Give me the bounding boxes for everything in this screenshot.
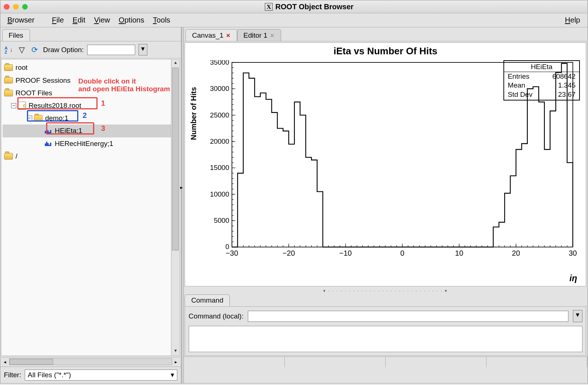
draw-option-label: Draw Option: — [43, 46, 84, 54]
svg-text:0: 0 — [225, 243, 229, 251]
annotation-3: 3 — [101, 124, 105, 133]
horizontal-splitter[interactable]: ▾ · · · · · · · · · · · · · · · · · · · … — [184, 288, 587, 293]
right-pane: Canvas_1 ✕ Editor 1 ✕ iEta vs Number Of … — [184, 27, 587, 383]
editor-tab[interactable]: Editor 1 ✕ — [237, 29, 281, 41]
svg-text:10000: 10000 — [210, 190, 229, 198]
window-title-text: ROOT Object Browser — [276, 3, 354, 11]
left-tabs: Files — [0, 27, 181, 41]
titlebar: X ROOT Object Browser — [0, 0, 587, 13]
svg-text:−20: −20 — [282, 249, 295, 257]
options-menu[interactable]: Options — [114, 15, 149, 26]
tree-vscrollbar[interactable]: ▴ ▾ — [171, 59, 180, 355]
browser-menu[interactable]: Browser — [3, 15, 39, 26]
svg-text:25000: 25000 — [210, 111, 229, 119]
file-menu[interactable]: File — [48, 15, 68, 26]
filter-icon[interactable]: ▽ — [17, 45, 27, 55]
chevron-down-icon: ▾ — [171, 371, 174, 379]
collapse-icon[interactable]: − — [11, 103, 16, 108]
svg-text:20000: 20000 — [210, 137, 229, 145]
refresh-icon[interactable]: ⟳ — [30, 45, 40, 55]
close-icon[interactable]: ✕ — [270, 33, 274, 38]
command-dropdown[interactable]: ▾ — [573, 310, 582, 322]
folder-icon — [4, 153, 13, 160]
tools-menu[interactable]: Tools — [148, 15, 174, 26]
annotation-box-1 — [17, 97, 98, 109]
root-browser-window: X ROOT Object Browser Browser File Edit … — [0, 0, 588, 384]
chart-title: iEta vs Number Of Hits — [185, 43, 586, 57]
filter-select[interactable]: All Files ("*.*")▾ — [25, 369, 177, 381]
svg-text:20: 20 — [512, 249, 520, 257]
tree-hscrollbar[interactable]: ◂ ▸ — [1, 357, 180, 367]
x-axis-label: iη — [570, 273, 577, 283]
svg-rect-0 — [232, 62, 573, 247]
svg-text:5000: 5000 — [214, 217, 229, 224]
statusbar — [184, 357, 587, 367]
tree-item-slash[interactable]: / — [3, 150, 179, 163]
tree-item-root[interactable]: root — [3, 61, 179, 74]
svg-text:10: 10 — [455, 249, 463, 257]
file-tree: root PROOF Sessions ROOT Files −Results2… — [1, 59, 180, 356]
annotation-hint: Double click on it and open HEiEta Histo… — [78, 77, 170, 93]
annotation-box-3 — [46, 122, 94, 134]
window-controls — [4, 4, 28, 10]
canvas[interactable]: iEta vs Number Of Hits Number of Hits iη… — [185, 42, 586, 287]
histogram-plot: −30−20−100102030050001000015000200002500… — [204, 60, 582, 265]
close-icon[interactable]: ✕ — [226, 33, 230, 38]
view-menu[interactable]: View — [90, 15, 114, 26]
annotation-2: 2 — [83, 111, 87, 120]
command-tab[interactable]: Command — [185, 294, 230, 306]
edit-menu[interactable]: Edit — [68, 15, 90, 26]
vertical-splitter[interactable]: ▸ — [181, 27, 184, 383]
y-axis-label: Number of Hits — [189, 87, 198, 140]
filter-row: Filter: All Files ("*.*")▾ — [0, 367, 181, 384]
svg-text:30: 30 — [568, 249, 577, 257]
command-label: Command (local): — [189, 312, 244, 320]
tree-item-herec[interactable]: HERecHitEnergy;1 — [3, 137, 179, 150]
folder-icon — [4, 64, 13, 71]
draw-option-input[interactable] — [87, 45, 135, 55]
files-tab[interactable]: Files — [2, 29, 30, 41]
command-panel: Command Command (local): ▾ — [185, 294, 586, 356]
left-pane: Files ↓ ▽ ⟳ Draw Option: ▾ root PROOF Se… — [0, 27, 181, 383]
command-output — [189, 326, 582, 352]
plot-area: −30−20−100102030050001000015000200002500… — [204, 60, 582, 265]
left-toolbar: ↓ ▽ ⟳ Draw Option: ▾ — [0, 41, 181, 58]
window-title: X ROOT Object Browser — [35, 3, 584, 11]
svg-text:30000: 30000 — [210, 85, 229, 92]
histogram-icon — [44, 140, 52, 147]
command-input[interactable] — [248, 311, 568, 322]
svg-text:15000: 15000 — [210, 164, 229, 171]
menubar: Browser File Edit View Options Tools Hel… — [0, 13, 587, 27]
folder-icon — [4, 90, 13, 96]
canvas-tabs: Canvas_1 ✕ Editor 1 ✕ — [184, 27, 587, 41]
minimize-window-icon[interactable] — [13, 4, 18, 10]
svg-text:0: 0 — [400, 249, 404, 257]
filter-label: Filter: — [4, 371, 21, 379]
svg-text:−10: −10 — [339, 249, 352, 257]
canvas-tab[interactable]: Canvas_1 ✕ — [185, 29, 237, 41]
annotation-1: 1 — [101, 99, 105, 108]
draw-option-dropdown[interactable]: ▾ — [139, 44, 147, 55]
close-window-icon[interactable] — [4, 4, 9, 10]
folder-icon — [4, 77, 13, 84]
sort-icon[interactable]: ↓ — [4, 45, 13, 55]
maximize-window-icon[interactable] — [22, 4, 28, 10]
x11-icon: X — [265, 3, 273, 11]
help-menu[interactable]: Help — [561, 15, 585, 26]
annotation-box-2 — [27, 110, 78, 122]
svg-text:35000: 35000 — [210, 60, 229, 66]
